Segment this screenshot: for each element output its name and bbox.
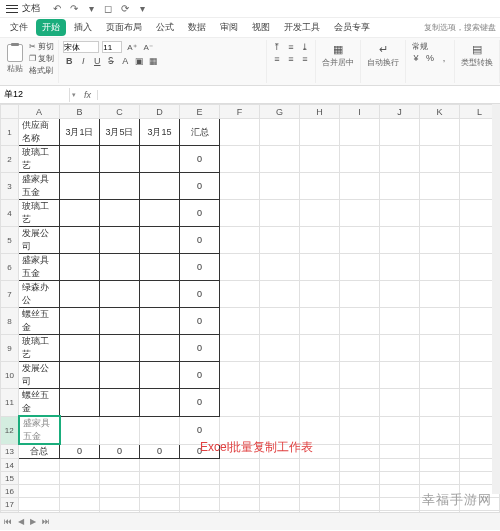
- cell[interactable]: [380, 459, 420, 472]
- cell[interactable]: [420, 416, 460, 444]
- cell[interactable]: [420, 389, 460, 417]
- cell[interactable]: [180, 498, 220, 511]
- cell[interactable]: 3月5日: [100, 119, 140, 146]
- cell[interactable]: [460, 498, 500, 511]
- cell[interactable]: [140, 281, 180, 308]
- cell[interactable]: [420, 119, 460, 146]
- cell[interactable]: [100, 498, 140, 511]
- tab-formulas[interactable]: 公式: [150, 19, 180, 36]
- font-name-select[interactable]: [63, 41, 99, 53]
- cell[interactable]: [380, 511, 420, 513]
- cell[interactable]: 0: [180, 335, 220, 362]
- cell[interactable]: [140, 389, 180, 417]
- cell[interactable]: [420, 200, 460, 227]
- cell[interactable]: [140, 146, 180, 173]
- cell[interactable]: [260, 227, 300, 254]
- cell[interactable]: [220, 485, 260, 498]
- cell[interactable]: [260, 485, 300, 498]
- cell[interactable]: [300, 146, 340, 173]
- cell[interactable]: [180, 511, 220, 513]
- cell[interactable]: [340, 511, 380, 513]
- cell[interactable]: [420, 362, 460, 389]
- row-head[interactable]: 11: [1, 389, 19, 417]
- cell[interactable]: [260, 200, 300, 227]
- cell[interactable]: 盛家具五金: [19, 416, 60, 444]
- cell[interactable]: [380, 146, 420, 173]
- copy-button[interactable]: ❐ 复制: [29, 53, 54, 64]
- cell[interactable]: [220, 173, 260, 200]
- cell[interactable]: [260, 416, 300, 444]
- cell[interactable]: [100, 459, 140, 472]
- cell[interactable]: [180, 472, 220, 485]
- cell[interactable]: [300, 254, 340, 281]
- cell[interactable]: [420, 227, 460, 254]
- cell[interactable]: [180, 459, 220, 472]
- cell[interactable]: [380, 308, 420, 335]
- cell[interactable]: [260, 498, 300, 511]
- window-icon[interactable]: ◻: [101, 2, 115, 16]
- cell[interactable]: [380, 200, 420, 227]
- cell[interactable]: [380, 362, 420, 389]
- cell[interactable]: 汇总: [180, 119, 220, 146]
- cell[interactable]: 0: [180, 254, 220, 281]
- spreadsheet-grid[interactable]: A B C D E F G H I J K L 1 供应商名称 3月1日 3月5…: [0, 104, 500, 512]
- italic-icon[interactable]: I: [77, 55, 89, 67]
- bold-icon[interactable]: B: [63, 55, 75, 67]
- cell[interactable]: [220, 227, 260, 254]
- cell[interactable]: [140, 485, 180, 498]
- row-head[interactable]: 13: [1, 444, 19, 459]
- strike-icon[interactable]: S̶: [105, 55, 117, 67]
- cell[interactable]: [220, 146, 260, 173]
- cell[interactable]: [220, 459, 260, 472]
- fx-label[interactable]: fx: [78, 90, 98, 100]
- cell[interactable]: [140, 472, 180, 485]
- cell[interactable]: 3月1日: [60, 119, 100, 146]
- paste-button[interactable]: 粘贴: [4, 43, 26, 75]
- cell[interactable]: [220, 444, 260, 459]
- cell[interactable]: [100, 511, 140, 513]
- cell[interactable]: 0: [180, 308, 220, 335]
- cell[interactable]: [340, 485, 380, 498]
- cell[interactable]: [420, 308, 460, 335]
- cell[interactable]: [300, 389, 340, 417]
- cell[interactable]: 盛家具五金: [19, 254, 60, 281]
- cell[interactable]: [300, 511, 340, 513]
- cell[interactable]: [100, 173, 140, 200]
- cell[interactable]: 0: [180, 416, 220, 444]
- col-head-h[interactable]: H: [300, 105, 340, 119]
- cell[interactable]: [260, 362, 300, 389]
- cell[interactable]: 供应商名称: [19, 119, 60, 146]
- cell[interactable]: [220, 511, 260, 513]
- sheet-nav-prev-icon[interactable]: ◀: [18, 517, 24, 526]
- font-color-icon[interactable]: A: [119, 55, 131, 67]
- align-left-icon[interactable]: ≡: [271, 53, 283, 65]
- cell[interactable]: 0: [180, 444, 220, 459]
- cell[interactable]: [300, 498, 340, 511]
- cell[interactable]: [60, 254, 100, 281]
- cell[interactable]: 0: [60, 444, 100, 459]
- cell[interactable]: 玻璃工艺: [19, 335, 60, 362]
- sheet-nav-first-icon[interactable]: ⏮: [4, 517, 12, 526]
- col-head-c[interactable]: C: [100, 105, 140, 119]
- cell[interactable]: [100, 146, 140, 173]
- cell[interactable]: [300, 362, 340, 389]
- col-head-b[interactable]: B: [60, 105, 100, 119]
- cell[interactable]: 0: [180, 146, 220, 173]
- dropdown-icon[interactable]: ▾: [84, 2, 98, 16]
- cell[interactable]: [220, 362, 260, 389]
- cell[interactable]: 0: [180, 389, 220, 417]
- hamburger-icon[interactable]: [6, 5, 18, 13]
- cell[interactable]: [100, 335, 140, 362]
- cell[interactable]: [380, 498, 420, 511]
- cell[interactable]: [340, 362, 380, 389]
- cell[interactable]: 发展公司: [19, 227, 60, 254]
- cell[interactable]: [380, 227, 420, 254]
- col-head-f[interactable]: F: [220, 105, 260, 119]
- cell[interactable]: [140, 308, 180, 335]
- cell[interactable]: [260, 254, 300, 281]
- cell[interactable]: [300, 119, 340, 146]
- tab-insert[interactable]: 插入: [68, 19, 98, 36]
- cell[interactable]: [300, 416, 340, 444]
- cell[interactable]: [340, 200, 380, 227]
- col-head-k[interactable]: K: [420, 105, 460, 119]
